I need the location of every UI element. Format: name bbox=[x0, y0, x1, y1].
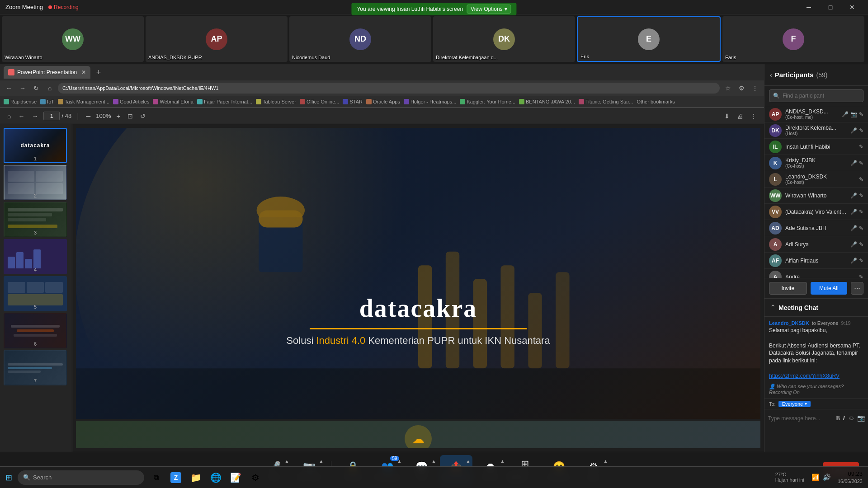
invite-button[interactable]: Invite bbox=[769, 282, 807, 295]
slide-thumb-6[interactable]: 6 bbox=[4, 313, 67, 348]
participant-icons: 🎤 ✎ bbox=[850, 192, 863, 199]
bookmark-good-articles[interactable]: Good Articles bbox=[113, 99, 149, 104]
zoom-in-button[interactable]: + bbox=[114, 112, 122, 121]
minimize-button[interactable]: ─ bbox=[798, 0, 819, 14]
participants-collapse-button[interactable]: ‹ bbox=[770, 71, 772, 79]
more-icon: ✎ bbox=[859, 192, 863, 199]
italic-icon[interactable]: 𝑰 bbox=[843, 414, 845, 422]
bookmark-tableau[interactable]: Tableau Server bbox=[256, 99, 296, 104]
back-button[interactable]: ← bbox=[4, 84, 14, 92]
zoom-out-button[interactable]: ─ bbox=[84, 112, 92, 121]
video-thumb-andias[interactable]: AP ANDIAS_DKSDK PUPR bbox=[146, 16, 288, 62]
home-button[interactable]: ⌂ bbox=[44, 84, 55, 92]
participant-item-ade[interactable]: AD Ade Sutisna JBH 🎤 ✎ bbox=[764, 220, 868, 236]
bookmark-holger[interactable]: Holger - Heatmaps... bbox=[404, 99, 456, 104]
bookmark-other[interactable]: Other bookmarks bbox=[637, 99, 675, 104]
rotate-button[interactable]: ↺ bbox=[138, 112, 147, 121]
maximize-button[interactable]: □ bbox=[820, 0, 841, 14]
participant-item-kristy[interactable]: K Kristy_DJBK (Co-host) 🎤 ✎ bbox=[764, 155, 868, 171]
slide-thumb-3[interactable]: 3 bbox=[4, 202, 67, 237]
reload-button[interactable]: ↻ bbox=[31, 84, 42, 92]
slide-thumb-7[interactable]: 7 bbox=[4, 350, 67, 385]
mute-all-button[interactable]: Mute All bbox=[811, 282, 848, 295]
slide-thumb-1[interactable]: datacakra 1 bbox=[4, 128, 67, 163]
current-slide-input[interactable] bbox=[43, 112, 60, 120]
print-button[interactable]: 🖨 bbox=[735, 112, 745, 121]
tab-close-button[interactable]: ✕ bbox=[81, 69, 86, 75]
app-title: Zoom Meeting bbox=[5, 4, 43, 10]
avatar: AD bbox=[769, 222, 782, 235]
slide-thumb-2[interactable]: 2 bbox=[4, 165, 67, 200]
participant-item-wirawan[interactable]: WW Wirawan Winarto 🎤 ✎ bbox=[764, 188, 868, 204]
video-thumb-erik[interactable]: E Erik bbox=[577, 16, 721, 62]
video-thumb-wirawan[interactable]: WW Wirawan Winarto bbox=[2, 16, 144, 62]
screenshot-icon[interactable]: 📷 bbox=[857, 414, 865, 422]
start-button[interactable]: ⊞ bbox=[5, 473, 12, 483]
bookmark-star[interactable]: STAR bbox=[343, 99, 363, 104]
fit-page-button[interactable]: ⊡ bbox=[126, 112, 135, 121]
taskbar-app-browser[interactable]: 🌐 bbox=[208, 469, 224, 486]
chat-message-input[interactable] bbox=[768, 412, 836, 425]
video-thumb-nicodemus[interactable]: ND Nicodemus Daud bbox=[289, 16, 431, 62]
bookmark-oracle[interactable]: Oracle Apps bbox=[366, 99, 400, 104]
volume-icon[interactable]: 🔊 bbox=[823, 474, 830, 481]
participant-name: Insan Luthfi Habibi bbox=[785, 144, 855, 150]
view-options-button[interactable]: View Options ▾ bbox=[467, 5, 511, 14]
browser-menu-button[interactable]: ⋮ bbox=[750, 84, 760, 92]
participant-item-direktorat[interactable]: DK Direktorat Kelemba... (Host) 🎤 ✎ bbox=[764, 122, 868, 139]
bookmark-titanic[interactable]: Titanic: Getting Star... bbox=[579, 99, 633, 104]
bookmark-bentang[interactable]: BENTANG JAWA 20... bbox=[519, 99, 575, 104]
emoji-icon[interactable]: ☺ bbox=[848, 414, 854, 422]
taskbar-app-task-view[interactable]: ⧉ bbox=[148, 469, 164, 486]
video-thumb-direktorat[interactable]: DK Direktorat Kelembagaan d... bbox=[433, 16, 575, 62]
taskbar-app-settings[interactable]: ⚙ bbox=[247, 469, 264, 486]
more-options-button[interactable]: ⋮ bbox=[749, 112, 759, 121]
participant-item-viro[interactable]: VV (Datacakra) Viro Valentza 🎤 ✎ bbox=[764, 204, 868, 220]
avatar: AP bbox=[206, 28, 227, 50]
participant-search-box[interactable]: 🔍 bbox=[769, 89, 863, 102]
download-button[interactable]: ⬇ bbox=[722, 112, 731, 121]
participant-search-input[interactable] bbox=[783, 93, 859, 99]
chat-link[interactable]: https://zfrmz.com/YihhX8uRV bbox=[769, 373, 840, 379]
slide-separator: / 48 bbox=[61, 113, 71, 119]
extensions-button[interactable]: ⚙ bbox=[736, 84, 747, 92]
forward-button[interactable]: → bbox=[17, 84, 28, 92]
bold-icon[interactable]: 𝐁 bbox=[836, 414, 840, 422]
taskbar-app-word[interactable]: 📝 bbox=[227, 469, 244, 486]
browser-tab-powerpoint[interactable]: PowerPoint Presentation ✕ bbox=[4, 66, 90, 79]
bookmark-fajar[interactable]: Fajar Paper Internat... bbox=[197, 99, 252, 104]
bookmark-button[interactable]: ☆ bbox=[722, 84, 733, 92]
bookmark-kaggler[interactable]: Kaggler: Your Home... bbox=[460, 99, 515, 104]
participant-item-andias[interactable]: AP ANDIAS_DKSD... (Co-host, me) 🎤 📷 ✎ bbox=[764, 106, 868, 122]
participant-item-insan[interactable]: IL Insan Luthfi Habibi ✎ bbox=[764, 139, 868, 155]
participant-item-andre[interactable]: A Andre ✎ bbox=[764, 269, 868, 278]
chat-collapse-button[interactable]: ⌃ bbox=[770, 303, 776, 312]
participants-more-button[interactable]: ··· bbox=[851, 282, 863, 295]
bookmark-office[interactable]: Office Online... bbox=[300, 99, 340, 104]
bookmark-rapidsense[interactable]: Rapidsense bbox=[4, 99, 37, 104]
bookmark-task-mgmt[interactable]: Task Management... bbox=[58, 99, 109, 104]
ppt-forward-button[interactable]: → bbox=[30, 112, 40, 121]
bookmark-webmail[interactable]: Webmail Eforia bbox=[153, 99, 193, 104]
video-thumb-faris[interactable]: F Faris bbox=[722, 16, 864, 62]
ppt-home-button[interactable]: ⌂ bbox=[5, 112, 13, 121]
taskbar-search-box[interactable]: 🔍 Search bbox=[18, 470, 144, 485]
chat-to-recipient-selector[interactable]: Everyone ▾ bbox=[778, 401, 811, 407]
ppt-back-button[interactable]: ← bbox=[16, 112, 26, 121]
participant-icons: 🎤 📷 ✎ bbox=[842, 111, 863, 117]
participant-item-adi[interactable]: A Adi Surya 🎤 ✎ bbox=[764, 236, 868, 253]
more-icon: ✎ bbox=[859, 225, 863, 231]
taskbar-app-explorer[interactable]: 📁 bbox=[188, 469, 204, 486]
close-button[interactable]: ✕ bbox=[842, 0, 863, 14]
taskbar-app-zoom[interactable]: Z bbox=[168, 469, 184, 486]
slide-thumb-4[interactable]: 4 bbox=[4, 239, 67, 274]
slide-thumb-5[interactable]: 5 bbox=[4, 276, 67, 311]
new-tab-button[interactable]: + bbox=[92, 66, 105, 79]
address-bar[interactable]: C:/Users/Insan/AppData/Local/Microsoft/W… bbox=[58, 83, 720, 94]
wifi-icon[interactable]: 📶 bbox=[811, 474, 819, 481]
taskbar-search-label: Search bbox=[33, 474, 52, 481]
participant-item-leandro[interactable]: L Leandro_DKSDK (Co-host) ✎ bbox=[764, 171, 868, 188]
bookmark-iot[interactable]: IoT bbox=[40, 99, 54, 104]
chat-message-header: Leandro_DKSDK to Everyone 9:19 bbox=[769, 320, 863, 326]
participant-item-alfian[interactable]: AF Alfian Firdaus 🎤 ✎ bbox=[764, 253, 868, 269]
